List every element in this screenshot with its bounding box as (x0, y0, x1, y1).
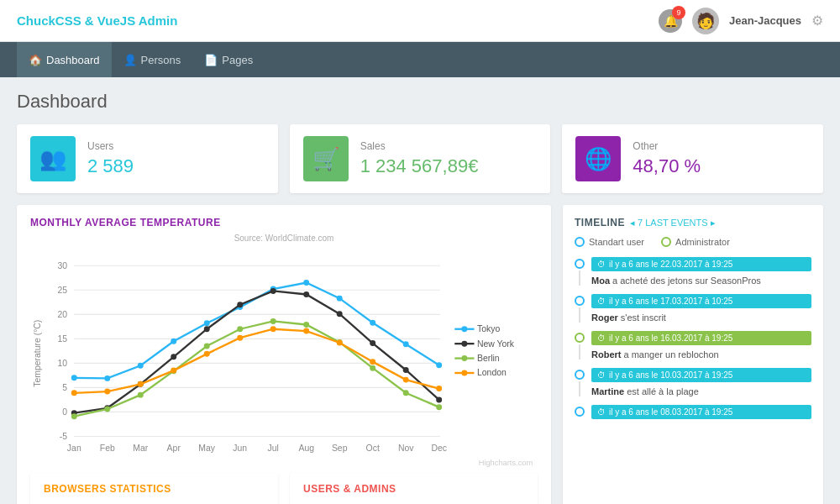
users-value: 2 589 (87, 155, 134, 177)
tl-left (575, 368, 585, 396)
tokyo-dot (436, 362, 442, 368)
newyork-dot (337, 311, 343, 317)
tl-content: ⏱ il y a 6 ans le 10.03.2017 à 19:25 Mar… (591, 368, 811, 396)
tokyo-dot (171, 339, 176, 344)
tl-author: Moa (591, 276, 610, 286)
admin-label: Administrator (675, 237, 730, 247)
london-dot (270, 326, 276, 332)
timeline-legend: Standart user Administrator (575, 237, 811, 247)
berlin-dot (403, 390, 409, 396)
london-dot (436, 386, 442, 391)
london-dot (370, 359, 375, 365)
other-value: 48,70 % (633, 155, 701, 177)
svg-text:Sep: Sep (332, 444, 348, 453)
timeline-header: TIMELINE ◂ 7 LAST EVENTS ▸ (575, 217, 811, 228)
clock-icon: ⏱ (597, 370, 606, 380)
svg-text:Mar: Mar (133, 444, 148, 453)
home-icon: 🏠 (29, 54, 42, 66)
pages-icon: 📄 (204, 54, 218, 66)
tokyo-dot (104, 375, 110, 381)
tl-desc: Robert a manger un reblochon (591, 348, 811, 360)
svg-text:Temperature (°C): Temperature (°C) (33, 320, 42, 387)
newyork-dot (270, 288, 276, 294)
newyork-dot (370, 340, 375, 346)
browsers-card: BROWSERS STATISTICS (30, 473, 278, 504)
tl-left (575, 257, 585, 286)
users-admins-title: USERS & ADMINS (303, 483, 524, 495)
berlin-dot (104, 406, 110, 412)
nav-item-persons[interactable]: 👤 Persons (112, 42, 193, 77)
tl-left (575, 331, 585, 360)
svg-text:Apr: Apr (167, 444, 181, 453)
newyork-dot (171, 354, 176, 360)
timeline-event: ⏱ il y a 6 ans le 16.03.2017 à 19:25 Rob… (575, 331, 811, 360)
temperature-chart: .axis-label { font-size: 9px; fill: #888… (30, 246, 538, 470)
tokyo-dot (138, 363, 144, 369)
timeline-title: TIMELINE (575, 217, 625, 228)
svg-text:Jul: Jul (268, 444, 279, 453)
tl-desc: Martine est allé à la plage (591, 385, 811, 396)
avatar[interactable]: 🧑 (692, 8, 719, 34)
tl-time: il y a 6 ans le 17.03.2017 à 10:25 (609, 297, 732, 306)
nav-label-pages: Pages (222, 54, 253, 66)
newyork-dot (303, 291, 309, 297)
london-dot (303, 328, 309, 334)
other-info: Other 48,70 % (633, 140, 701, 177)
stat-card-other: 🌐 Other 48,70 % (562, 124, 823, 193)
sales-info: Sales 1 234 567,89€ (360, 140, 479, 177)
tokyo-dot (303, 280, 309, 286)
tl-dot (575, 333, 585, 343)
london-dot (337, 340, 343, 346)
timeline-panel: TIMELINE ◂ 7 LAST EVENTS ▸ Standart user… (563, 205, 823, 504)
username-label: Jean-Jacques (729, 14, 801, 27)
admin-dot (661, 237, 671, 247)
svg-text:-5: -5 (60, 432, 67, 441)
settings-icon[interactable]: ⚙ (811, 13, 823, 29)
browsers-title: BROWSERS STATISTICS (44, 483, 265, 495)
timeline-event: ⏱ il y a 6 ans le 17.03.2017 à 10:25 Rog… (575, 294, 811, 323)
notification-bell[interactable]: 🔔 9 (659, 9, 682, 33)
svg-point-33 (461, 341, 467, 347)
other-icon: 🌐 (575, 136, 621, 181)
newyork-dot (237, 302, 243, 307)
svg-text:25: 25 (58, 286, 68, 295)
clock-icon: ⏱ (597, 297, 606, 306)
berlin-dot (303, 322, 309, 328)
svg-text:Berlin: Berlin (477, 354, 500, 363)
london-dot (138, 381, 144, 387)
london-dot (403, 377, 409, 383)
page-title: Dashboard (17, 91, 823, 113)
tl-left (575, 294, 585, 323)
nav-label-dashboard: Dashboard (46, 54, 100, 66)
timeline-event: ⏱ il y a 6 ans le 08.03.2017 à 19:25 (575, 405, 811, 422)
tl-content: ⏱ il y a 6 ans le 16.03.2017 à 19:25 Rob… (591, 331, 811, 360)
page-content: Dashboard 👥 Users 2 589 🛒 Sales 1 234 56… (0, 77, 840, 504)
svg-text:Nov: Nov (398, 444, 414, 453)
svg-text:May: May (198, 444, 215, 453)
svg-text:Jan: Jan (67, 444, 81, 453)
london-dot (237, 335, 243, 341)
tokyo-dot (204, 320, 210, 326)
sales-icon: 🛒 (303, 136, 349, 181)
nav-item-dashboard[interactable]: 🏠 Dashboard (17, 42, 112, 77)
tl-desc: Moa a acheté des jetons sur SeasonPros (591, 274, 811, 286)
tl-author: Robert (591, 349, 621, 360)
svg-text:New York: New York (477, 339, 515, 349)
svg-text:Aug: Aug (298, 444, 314, 453)
users-label: Users (87, 140, 134, 152)
nav-label-persons: Persons (141, 54, 181, 66)
users-info: Users 2 589 (87, 140, 134, 177)
tl-author: Roger (591, 312, 618, 323)
stat-card-sales: 🛒 Sales 1 234 567,89€ (290, 124, 551, 193)
tokyo-dot (71, 375, 77, 381)
berlin-dot (370, 365, 375, 371)
tokyo-dot (370, 320, 375, 326)
tl-left (575, 405, 585, 422)
tl-time: il y a 6 ans le 22.03.2017 à 19:25 (609, 260, 732, 269)
notification-badge: 9 (672, 6, 685, 19)
main-row: MONTHLY AVERAGE TEMPERATURE Source: Worl… (17, 205, 823, 504)
nav-item-pages[interactable]: 📄 Pages (192, 42, 265, 77)
newyork-dot (436, 396, 442, 402)
navbar: 🏠 Dashboard 👤 Persons 📄 Pages (0, 42, 840, 77)
tl-bar: ⏱ il y a 6 ans le 16.03.2017 à 19:25 (591, 331, 811, 345)
